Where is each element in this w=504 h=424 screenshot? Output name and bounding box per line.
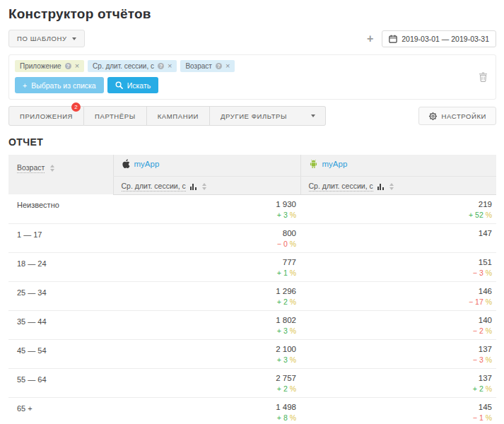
cell-value: 137: [300, 345, 492, 353]
remove-chip-icon[interactable]: ×: [168, 62, 172, 70]
cell-change: − 17 %: [300, 298, 492, 306]
date-range-picker[interactable]: 2019-03-01 — 2019-03-31: [382, 30, 496, 47]
cell-value: 777: [113, 258, 296, 266]
cell-value: 145: [300, 403, 492, 411]
row-label: 45 — 54: [8, 339, 113, 368]
date-range-value: 2019-03-01 — 2019-03-31: [402, 35, 489, 43]
settings-button[interactable]: НАСТРОЙКИ: [418, 107, 496, 125]
cell-value: 147: [300, 229, 492, 237]
android-icon: [309, 159, 318, 169]
tab-partners[interactable]: ПАРТНЁРЫ: [84, 106, 147, 126]
filter-chip-label: Приложение: [20, 62, 61, 70]
toolbar-right-group: + 2019-03-01 — 2019-03-31: [367, 30, 496, 47]
cell-change: + 2 %: [113, 384, 296, 393]
dimension-header-label: Возраст: [17, 163, 45, 173]
cell-value: 1 296: [113, 287, 296, 295]
filter-panel: Приложение ? × Ср. длит. сессии, с ? × В…: [8, 54, 496, 100]
cell-value: 137: [300, 374, 492, 382]
applications-count-badge: 2: [71, 102, 81, 112]
app-name-link[interactable]: myApp: [322, 160, 348, 168]
select-from-list-label: Выбрать из списка: [31, 81, 96, 90]
table-row[interactable]: 35 — 44 1 802 + 3 % 140 − 2 %: [8, 310, 496, 339]
filter-actions: + Выбрать из списка Искать: [15, 77, 474, 93]
select-from-list-button[interactable]: + Выбрать из списка: [15, 77, 104, 93]
tabs-row: ПРИЛОЖЕНИЯ 2 ПАРТНЁРЫ КАМПАНИИ ДРУГИЕ ФИ…: [8, 106, 496, 126]
cell-change: + 52 %: [300, 211, 492, 219]
filter-chip-session-length[interactable]: Ср. длит. сессии, с ? ×: [88, 60, 177, 72]
table-row[interactable]: Неизвестно 1 930 + 3 % 219 + 52 %: [8, 194, 496, 223]
metric-header-label: Ср. длит. сессии, с: [122, 182, 186, 192]
app-header-ios[interactable]: myApp: [113, 155, 300, 176]
tab-applications-label: ПРИЛОЖЕНИЯ: [20, 112, 73, 120]
filter-chips: Приложение ? × Ср. длит. сессии, с ? × В…: [15, 60, 474, 72]
cell-value: 2 100: [113, 345, 296, 353]
filter-tabs: ПРИЛОЖЕНИЯ 2 ПАРТНЁРЫ КАМПАНИИ ДРУГИЕ ФИ…: [8, 106, 326, 126]
tab-campaigns[interactable]: КАМПАНИИ: [147, 106, 210, 126]
metric-header-label: Ср. длит. сессии, с: [309, 182, 373, 192]
chevron-down-icon: [72, 37, 76, 40]
delete-filters-icon[interactable]: [479, 72, 488, 82]
report-builder-page: Конструктор отчётов ПО ШАБЛОНУ + 2019-03…: [0, 6, 504, 424]
cell-value: 1 930: [113, 200, 296, 208]
table-row[interactable]: 18 — 24 777 + 1 % 151 − 3 %: [8, 252, 496, 281]
info-icon[interactable]: ?: [65, 63, 71, 69]
row-label: 25 — 34: [8, 281, 113, 310]
report-table: Возраст myApp myApp: [8, 155, 496, 424]
filter-chip-label: Возраст: [185, 62, 211, 70]
cell-value: 1 802: [113, 316, 296, 324]
table-row[interactable]: 1 — 17 800 − 0 % 147 %: [8, 223, 496, 252]
app-header-android[interactable]: myApp: [300, 155, 496, 176]
filter-chip-age[interactable]: Возраст ? ×: [180, 60, 235, 72]
row-label: 55 — 64: [8, 368, 113, 397]
app-name-link[interactable]: myApp: [134, 160, 160, 168]
dimension-header-cell[interactable]: Возраст: [8, 155, 113, 194]
table-row[interactable]: 55 — 64 2 757 + 2 % 137 + 2 %: [8, 368, 496, 397]
metric-header-ios[interactable]: Ср. длит. сессии, с: [113, 176, 300, 194]
template-dropdown-button[interactable]: ПО ШАБЛОНУ: [8, 30, 85, 47]
cell-change: + 1 %: [113, 269, 296, 277]
apple-icon: [122, 159, 130, 169]
info-icon[interactable]: ?: [216, 63, 222, 69]
cell-change: − 1 %: [300, 413, 492, 422]
toolbar: ПО ШАБЛОНУ + 2019-03-01 — 2019-03-31: [8, 30, 496, 47]
add-period-button[interactable]: +: [367, 33, 373, 45]
sort-icon: [202, 183, 206, 190]
filter-chip-label: Ср. длит. сессии, с: [93, 62, 154, 70]
tab-applications[interactable]: ПРИЛОЖЕНИЯ 2: [8, 106, 84, 126]
gear-icon: [428, 112, 438, 121]
cell-change: + 3 %: [113, 355, 296, 364]
cell-value: 151: [300, 258, 492, 266]
cell-change: − 3 %: [300, 355, 492, 364]
cell-value: 800: [113, 229, 296, 237]
tab-campaigns-label: КАМПАНИИ: [158, 112, 199, 120]
cell-value: 219: [300, 200, 492, 208]
settings-button-label: НАСТРОЙКИ: [442, 112, 486, 120]
plus-icon: +: [23, 81, 27, 90]
cell-value: 2 757: [113, 374, 296, 382]
table-row[interactable]: 45 — 54 2 100 + 3 % 137 − 3 %: [8, 339, 496, 368]
calendar-icon: [389, 35, 397, 43]
row-label: 65 +: [8, 397, 113, 424]
table-row[interactable]: 25 — 34 1 296 + 2 % 146 − 17 %: [8, 281, 496, 310]
cell-change: + 2 %: [113, 298, 296, 306]
tab-other-filters[interactable]: ДРУГИЕ ФИЛЬТРЫ: [210, 106, 326, 126]
search-button-label: Искать: [127, 81, 151, 90]
info-icon[interactable]: ?: [158, 63, 164, 69]
row-label: 35 — 44: [8, 310, 113, 339]
cell-change: − 3 %: [300, 269, 492, 277]
metric-header-android[interactable]: Ср. длит. сессии, с: [300, 176, 496, 194]
remove-chip-icon[interactable]: ×: [75, 62, 79, 70]
search-icon: [115, 81, 123, 89]
bar-chart-icon: [377, 184, 384, 190]
table-row[interactable]: 65 + 1 498 + 8 % 145 − 1 %: [8, 397, 496, 424]
tab-other-filters-label: ДРУГИЕ ФИЛЬТРЫ: [221, 112, 287, 120]
tab-partners-label: ПАРТНЁРЫ: [95, 112, 136, 120]
chevron-down-icon: [311, 114, 315, 117]
search-button[interactable]: Искать: [107, 77, 159, 93]
cell-value: 146: [300, 287, 492, 295]
remove-chip-icon[interactable]: ×: [225, 62, 230, 70]
sort-icon: [50, 165, 54, 172]
filter-chip-application[interactable]: Приложение ? ×: [15, 60, 84, 72]
cell-change: + 2 %: [300, 384, 492, 393]
row-label: Неизвестно: [8, 194, 113, 223]
